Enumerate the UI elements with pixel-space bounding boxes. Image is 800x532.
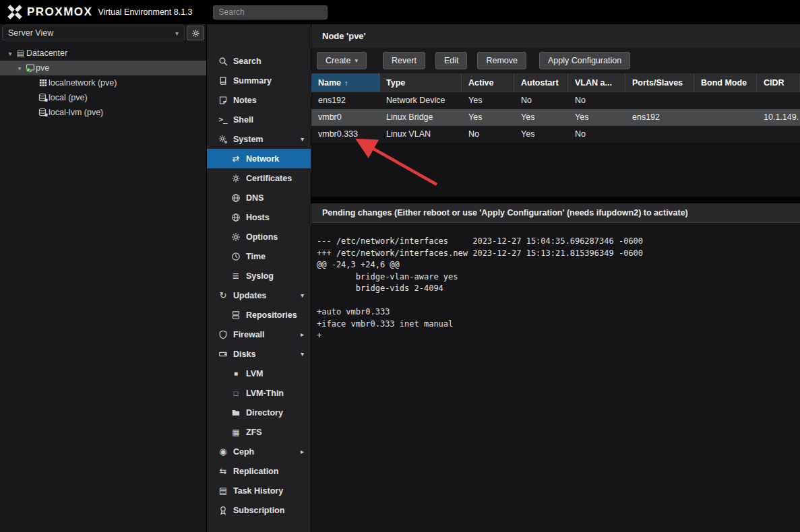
- nav-item-ceph[interactable]: ◉ Ceph ▸: [207, 442, 311, 461]
- table-cell: Yes: [462, 92, 514, 109]
- nav-item-label: Ceph: [233, 447, 254, 457]
- chevron-down-icon: ▾: [175, 30, 179, 37]
- table-cell: vmbr0: [311, 109, 379, 126]
- tree-item-datacenter[interactable]: ▾ ▤ Datacenter: [0, 46, 206, 61]
- tree-item-local-lvm-storage[interactable]: local-lvm (pve): [0, 105, 206, 120]
- list-icon: ≣: [230, 271, 242, 281]
- shield-icon: [217, 330, 229, 339]
- table-cell: No: [568, 92, 625, 109]
- nav-item-syslog[interactable]: ≣ Syslog: [207, 266, 311, 286]
- node-nav-panel: Search Summary Notes >_ Shell: [207, 24, 311, 532]
- tree-item-local-storage[interactable]: local (pve): [0, 90, 206, 105]
- nav-item-label: Subscription: [233, 506, 284, 515]
- column-header-name[interactable]: Name ↑: [311, 73, 379, 92]
- table-cell: [757, 92, 800, 109]
- nav-item-shell[interactable]: >_ Shell: [207, 110, 311, 129]
- column-label: Autostart: [521, 78, 559, 88]
- remove-button[interactable]: Remove: [477, 52, 526, 69]
- datacenter-icon: ▤: [15, 48, 26, 58]
- nav-item-lvm-thin[interactable]: □ LVM-Thin: [207, 383, 311, 403]
- nav-item-options[interactable]: Options: [207, 227, 311, 246]
- tree-item-label: local-lvm (pve): [49, 108, 103, 117]
- table-cell: Linux Bridge: [379, 109, 462, 126]
- replication-icon: ⇆: [217, 466, 229, 476]
- table-cell: [625, 92, 694, 109]
- create-button-label: Create: [326, 56, 351, 65]
- table-row-vmbr0-333[interactable]: vmbr0.333 Linux VLAN No Yes No: [311, 126, 800, 143]
- table-cell: Yes: [514, 126, 568, 143]
- nav-item-certificates[interactable]: Certificates: [207, 168, 311, 188]
- nav-item-network[interactable]: ⇄ Network: [207, 149, 311, 168]
- nav-item-repositories[interactable]: Repositories: [207, 305, 311, 325]
- nav-item-task-history[interactable]: ▤ Task History: [207, 481, 311, 500]
- column-label: VLAN a...: [575, 78, 612, 88]
- search-icon: [217, 57, 229, 66]
- square-outline-icon: □: [230, 389, 242, 397]
- edit-button[interactable]: Edit: [435, 52, 468, 69]
- nav-item-summary[interactable]: Summary: [207, 71, 311, 90]
- revert-button[interactable]: Revert: [383, 52, 425, 69]
- column-header-bond-mode[interactable]: Bond Mode: [694, 73, 757, 92]
- nav-item-disks[interactable]: Disks ▾: [207, 344, 311, 364]
- table-row-vmbr0[interactable]: vmbr0 Linux Bridge Yes Yes Yes ens192 10…: [311, 109, 800, 126]
- nav-item-label: Repositories: [246, 310, 297, 320]
- refresh-icon: ↻: [217, 290, 229, 300]
- tree-item-localnetwork[interactable]: localnetwork (pve): [0, 75, 206, 90]
- table-cell: No: [514, 92, 568, 109]
- column-header-type[interactable]: Type: [379, 73, 462, 92]
- pending-changes-diff: --- /etc/network/interfaces 2023-12-27 1…: [311, 223, 800, 532]
- panel-splitter[interactable]: [311, 197, 800, 203]
- nav-item-label: Options: [246, 232, 278, 242]
- nav-item-label: Shell: [233, 115, 253, 125]
- nav-item-label: Directory: [246, 408, 283, 418]
- column-header-vlan-aware[interactable]: VLAN a...: [568, 73, 625, 92]
- nav-item-search[interactable]: Search: [207, 51, 311, 71]
- top-header: PROXMOX Virtual Environment 8.1.3: [0, 0, 800, 24]
- nav-item-firewall[interactable]: Firewall ▸: [207, 325, 311, 344]
- nav-item-notes[interactable]: Notes: [207, 90, 311, 110]
- tree-header: Server View ▾: [0, 24, 206, 42]
- nav-item-lvm[interactable]: ■ LVM: [207, 364, 311, 383]
- column-label: Active: [468, 78, 494, 88]
- tree-item-pve[interactable]: ▾ pve: [0, 61, 206, 75]
- nav-item-dns[interactable]: DNS: [207, 188, 311, 207]
- global-search-input[interactable]: [213, 5, 328, 20]
- nav-item-subscription[interactable]: Subscription: [207, 500, 311, 520]
- chevron-down-icon: ▾: [301, 350, 304, 358]
- tree-settings-button[interactable]: [187, 26, 204, 40]
- nav-item-label: Updates: [233, 291, 266, 300]
- column-header-cidr[interactable]: CIDR: [757, 73, 800, 92]
- nav-item-updates[interactable]: ↻ Updates ▾: [207, 286, 311, 305]
- table-cell: Yes: [568, 109, 625, 126]
- edit-button-label: Edit: [444, 56, 459, 65]
- nav-item-label: LVM: [246, 369, 263, 378]
- table-cell: 10.1.149.: [757, 109, 800, 126]
- column-header-active[interactable]: Active: [462, 73, 514, 92]
- column-header-autostart[interactable]: Autostart: [514, 73, 568, 92]
- nav-item-label: Task History: [233, 486, 283, 496]
- node-online-icon: [24, 63, 36, 73]
- nav-item-time[interactable]: Time: [207, 246, 311, 266]
- tree-item-label: pve: [36, 63, 49, 73]
- nav-item-replication[interactable]: ⇆ Replication: [207, 461, 311, 481]
- nav-item-zfs[interactable]: ▦ ZFS: [207, 422, 311, 442]
- ribbon-icon: [217, 506, 229, 515]
- nav-item-label: ZFS: [246, 428, 262, 437]
- column-header-ports-slaves[interactable]: Ports/Slaves: [625, 73, 694, 92]
- chevron-down-icon: ▾: [5, 50, 15, 57]
- apply-configuration-button[interactable]: Apply Configuration: [539, 52, 630, 69]
- chevron-down-icon: ▾: [301, 135, 304, 143]
- nav-item-directory[interactable]: Directory: [207, 403, 311, 422]
- page-title: Node 'pve': [311, 24, 800, 48]
- table-empty-area: [311, 143, 800, 197]
- nav-item-hosts[interactable]: Hosts: [207, 207, 311, 227]
- tree-item-label: Datacenter: [26, 48, 67, 58]
- table-cell: No: [462, 126, 514, 143]
- column-label: Ports/Slaves: [632, 78, 683, 88]
- nav-item-system[interactable]: System ▾: [207, 129, 311, 149]
- view-selector[interactable]: Server View ▾: [2, 26, 185, 40]
- create-button[interactable]: Create ▾: [317, 52, 367, 69]
- view-selector-label: Server View: [8, 28, 53, 38]
- network-toolbar: Create ▾ Revert Edit Remove Apply Config…: [311, 48, 800, 73]
- table-row-ens192[interactable]: ens192 Network Device Yes No No: [311, 92, 800, 109]
